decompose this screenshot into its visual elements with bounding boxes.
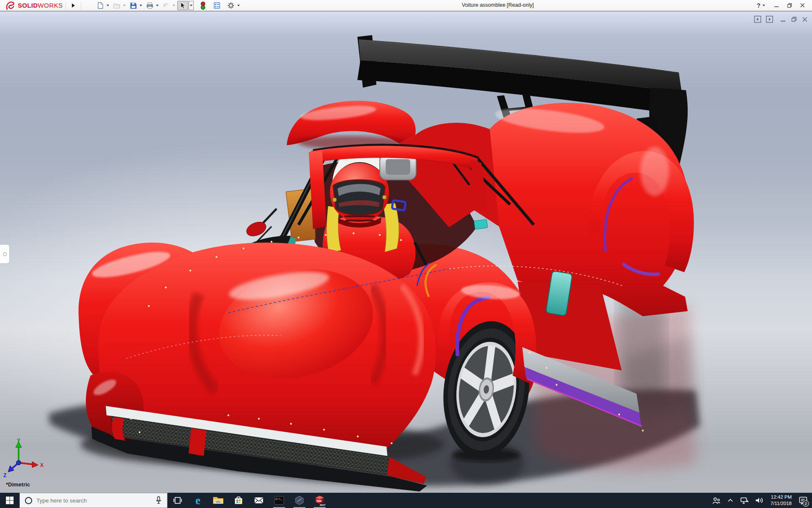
left-rear-fender[interactable] (287, 101, 416, 149)
help-dropdown-caret (763, 5, 765, 6)
main-toolbar (95, 1, 241, 10)
taskbar-app-composer[interactable] (289, 493, 310, 508)
task-view-icon (173, 496, 182, 505)
doc-close-button[interactable] (802, 17, 808, 22)
file-properties-icon (213, 2, 221, 9)
search-input[interactable] (36, 497, 151, 504)
toolbar-flyout-arrow[interactable] (72, 3, 75, 8)
print-icon (146, 2, 154, 9)
task-view-button[interactable] (167, 493, 188, 508)
microsoft-store-icon (233, 495, 244, 505)
pane-right-button[interactable] (766, 16, 773, 23)
taskbar-app-file-explorer[interactable] (208, 493, 228, 508)
select-button[interactable] (177, 1, 188, 10)
new-dropdown-caret[interactable] (107, 5, 109, 6)
file-explorer-icon (213, 496, 224, 505)
solidworks-2017-icon: SW 2017 (314, 495, 326, 506)
taskbar-app-edge[interactable]: e (188, 493, 208, 508)
solidworks-logo: SOLIDWORKS (0, 1, 63, 10)
people-icon (711, 496, 721, 505)
triad-x-label: X (40, 462, 44, 468)
triad-z-label: Z (3, 472, 6, 478)
print-dropdown-caret[interactable] (156, 5, 159, 6)
divider (66, 1, 66, 10)
tray-clock[interactable]: 12:42 PM 7/11/2018 (767, 494, 795, 507)
sw-label: SW (316, 499, 322, 503)
taskbar-app-mail[interactable] (249, 493, 269, 508)
clock-time: 12:42 PM (771, 494, 792, 500)
speaker-icon (754, 496, 764, 505)
doc-minimize-button[interactable] (780, 17, 786, 22)
open-dropdown-caret[interactable] (123, 5, 126, 6)
command-prompt-icon: C:\_ (274, 496, 284, 505)
title-bar[interactable]: SOLIDWORKS (0, 0, 812, 11)
open-button[interactable] (111, 1, 122, 10)
doc-restore-button[interactable] (791, 16, 797, 22)
save-button[interactable] (128, 1, 139, 10)
cmd-label: C:\_ (276, 498, 283, 501)
mail-icon (254, 496, 264, 505)
3d-model-canvas[interactable] (0, 0, 812, 493)
undo-button[interactable] (161, 1, 172, 10)
action-center-button[interactable]: 2 (797, 493, 809, 508)
undo-icon (162, 2, 170, 9)
brand-solid-text: SOLID (18, 2, 38, 9)
windows-taskbar: e C:\_ (0, 493, 812, 508)
restore-icon (787, 3, 793, 8)
mirror-teal[interactable] (474, 219, 488, 229)
help-button[interactable]: ? (757, 2, 767, 9)
document-window-controls (754, 16, 808, 23)
network-button[interactable] (738, 493, 751, 508)
orientation-triad: Y X Z (3, 438, 47, 480)
microphone-icon[interactable] (155, 496, 162, 505)
edge-icon: e (195, 495, 200, 506)
window-controls: ? (757, 2, 812, 9)
new-document-button[interactable] (95, 1, 106, 10)
triad-y-label: Y (17, 438, 20, 444)
windows-logo-icon (5, 496, 14, 505)
print-button[interactable] (144, 1, 155, 10)
pane-left-button[interactable] (754, 16, 761, 23)
hexagon-app-icon (294, 495, 304, 505)
taskbar-search[interactable] (19, 493, 167, 508)
taskbar-app-solidworks[interactable]: SW 2017 (310, 493, 330, 508)
tray-overflow-button[interactable] (724, 493, 737, 508)
options-button[interactable] (225, 1, 236, 10)
taskbar-app-store[interactable] (228, 493, 249, 508)
feature-tree-collapsed-tab[interactable] (0, 244, 10, 264)
graphics-area[interactable]: Y X Z *Dimetric (0, 11, 812, 493)
people-button[interactable] (710, 493, 722, 508)
close-button[interactable] (800, 3, 805, 8)
ds-logo-icon (5, 1, 16, 10)
divider (81, 1, 81, 10)
notification-badge: 2 (803, 500, 809, 507)
taskbar-app-command-prompt[interactable]: C:\_ (269, 493, 289, 508)
save-dropdown-caret[interactable] (140, 5, 142, 6)
rebuild-button[interactable] (198, 1, 208, 10)
save-floppy-icon (129, 2, 137, 9)
window-title: Voiture assomblee [Read-only] (462, 2, 534, 8)
system-tray: 12:42 PM 7/11/2018 2 (710, 493, 812, 508)
help-icon: ? (757, 2, 760, 9)
undo-dropdown-caret[interactable] (173, 5, 175, 6)
gear-icon (227, 2, 235, 9)
select-dropdown-caret[interactable] (189, 1, 194, 10)
file-properties-button[interactable] (211, 1, 222, 10)
options-dropdown-caret[interactable] (237, 5, 240, 6)
start-button[interactable] (0, 493, 19, 508)
minimize-button[interactable] (774, 3, 779, 8)
volume-button[interactable] (753, 493, 765, 508)
select-cursor-icon (179, 2, 187, 9)
minimize-icon (774, 3, 779, 8)
restore-button[interactable] (787, 3, 793, 8)
open-folder-icon (113, 2, 121, 9)
new-document-icon (96, 2, 104, 9)
close-icon (800, 3, 805, 8)
sw-year: 2017 (320, 503, 326, 506)
network-icon (740, 496, 749, 505)
rebuild-traffic-light-icon (199, 1, 207, 10)
view-orientation-label: *Dimetric (6, 481, 30, 488)
brand-works-text: WORKS (38, 2, 63, 9)
cortana-icon[interactable] (25, 497, 32, 504)
chevron-up-icon (727, 497, 734, 504)
